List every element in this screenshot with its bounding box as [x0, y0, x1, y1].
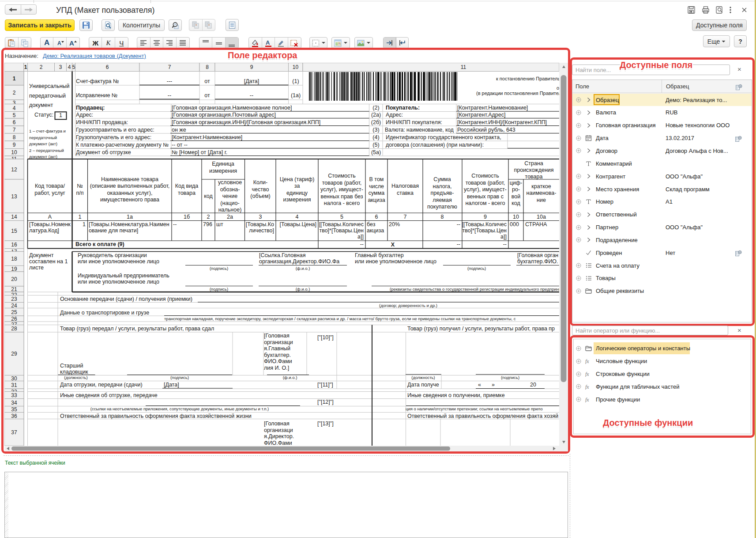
- svg-text:краткое: краткое: [531, 183, 551, 189]
- svg-text:он же: он же: [172, 127, 186, 133]
- svg-text:работ, услуг: работ, услуг: [34, 190, 65, 196]
- svg-text:2: 2: [207, 214, 210, 220]
- svg-text:сумма: сумма: [369, 190, 385, 196]
- svg-text:(в редакции постановления Прав: (в редакции постановления Правительс: [476, 91, 567, 96]
- svg-text:Стоимость: Стоимость: [328, 173, 356, 179]
- svg-text:1 – счет-фактура и: 1 – счет-фактура и: [29, 129, 66, 133]
- svg-text:Страна: Страна: [524, 160, 543, 167]
- svg-text:без: без: [367, 221, 376, 227]
- svg-text:ФИО.Фами: ФИО.Фами: [264, 358, 292, 364]
- svg-text:6: 6: [106, 64, 109, 70]
- svg-text:6: 6: [13, 119, 16, 125]
- svg-text:37: 37: [11, 429, 17, 436]
- svg-text:покупателю: покупателю: [427, 204, 457, 210]
- svg-text:16: 16: [11, 242, 17, 248]
- svg-text:товара: товара: [525, 174, 543, 180]
- svg-text:обозна-: обозна-: [220, 186, 240, 193]
- svg-text:Ответственный за правильность: Ответственный за правильность оформления…: [60, 413, 252, 419]
- svg-text:(ф.и.о.): (ф.и.о.): [296, 266, 310, 271]
- svg-text:шт: шт: [216, 221, 223, 227]
- svg-text:[Контрагент.Адрес]: [Контрагент.Адрес]: [457, 112, 505, 118]
- svg-text:[Головная: [Головная: [264, 333, 290, 339]
- svg-text:нальное): нальное): [218, 207, 242, 213]
- svg-text:СТРАНА: СТРАНА: [525, 221, 547, 227]
- svg-text:Счет-фактура №: Счет-фактура №: [76, 78, 119, 84]
- svg-text:акциза: акциза: [368, 197, 385, 203]
- svg-text:fx: fx: [585, 371, 589, 377]
- svg-text:венных прав с: венных прав с: [467, 193, 504, 200]
- svg-text:(2б): (2б): [371, 119, 381, 125]
- svg-text:Коли-: Коли-: [253, 179, 267, 186]
- svg-text:Адрес:: Адрес:: [386, 112, 403, 118]
- svg-text:Код товара/: Код товара/: [35, 183, 65, 189]
- svg-text:Код вида: Код вида: [175, 183, 199, 189]
- svg-text:Российский рубль, 643: Российский рубль, 643: [457, 127, 515, 133]
- svg-text:документ (акт): документ (акт): [29, 154, 57, 159]
- svg-text:Документ об отгрузке: Документ об отгрузке: [76, 149, 131, 155]
- svg-text:организаци: организаци: [264, 339, 293, 345]
- svg-text:(подпись): (подпись): [170, 375, 189, 380]
- svg-text:4: 4: [296, 214, 299, 220]
- svg-text:тво]*[Товары.Цен: тво]*[Товары.Цен: [319, 227, 364, 234]
- svg-text:36: 36: [11, 413, 17, 419]
- svg-text:К платежно-расчетному документ: К платежно-расчетному документу №: [76, 142, 169, 148]
- svg-text:4: 4: [13, 105, 16, 111]
- svg-text:«: «: [478, 382, 481, 388]
- svg-text:(1): (1): [292, 78, 299, 84]
- svg-text:организация.Директор.ФИО.Фа: организация.Директор.ФИО.Фа: [259, 258, 339, 265]
- svg-text:№ [Номер] от [Дата] г.: № [Номер] от [Дата] г.: [172, 149, 227, 155]
- svg-text:(должность): (должность): [411, 375, 435, 380]
- svg-text:или иное уполномоченное лицо: или иное уполномоченное лицо: [78, 258, 159, 265]
- svg-text:(ф.и.о.): (ф.и.о.): [283, 375, 297, 380]
- svg-text:9: 9: [484, 214, 487, 220]
- svg-text:налога,: налога,: [433, 183, 452, 189]
- svg-text:Наименование товара: Наименование товара: [101, 176, 158, 182]
- svg-text:Всего к оплате (9): Всего к оплате (9): [75, 241, 124, 247]
- svg-text:--: --: [250, 92, 253, 99]
- svg-text:предъяв-: предъяв-: [431, 190, 454, 196]
- svg-text:[Контрагент.Наименование]: [Контрагент.Наименование]: [457, 105, 528, 111]
- svg-text:[Головная организация.Наименов: [Головная организация.Наименование полно…: [172, 105, 292, 111]
- svg-text:Иные сведения о получении, при: Иные сведения о получении, приемке: [407, 392, 505, 398]
- svg-text:вой: вой: [512, 193, 520, 200]
- svg-text:Грузополучатель и его адрес:: Грузополучатель и его адрес:: [76, 134, 151, 140]
- svg-text:(подпись): (подпись): [467, 266, 486, 271]
- svg-text:5: 5: [340, 214, 343, 220]
- svg-text:10а: 10а: [537, 214, 546, 220]
- svg-text:(3): (3): [372, 127, 379, 133]
- svg-text:28: 28: [11, 326, 17, 332]
- svg-text:["[13]"]: ["[13]"]: [317, 421, 334, 427]
- svg-text:20%: 20%: [389, 221, 400, 227]
- svg-text:циф-: циф-: [510, 180, 523, 186]
- svg-text:Ответственный за правильность: Ответственный за правильность оформления…: [407, 413, 558, 419]
- svg-text:29: 29: [11, 351, 17, 357]
- svg-text:Главный бухгалтер: Главный бухгалтер: [355, 252, 404, 258]
- svg-text:8: 8: [13, 134, 16, 140]
- svg-text:№: №: [77, 183, 83, 189]
- svg-text:транспортная накладная, поруче: транспортная накладная, поручение экспед…: [164, 316, 516, 321]
- svg-text:договора (соглашения) (при нал: договора (соглашения) (при наличии):: [386, 142, 484, 148]
- svg-text:--: --: [503, 241, 507, 247]
- svg-text:-- от --: -- от --: [172, 142, 188, 148]
- svg-text:Товар (груз) получил / услуги,: Товар (груз) получил / услуги, результат…: [407, 326, 555, 332]
- svg-text:оказанных услуг),: оказанных услуг),: [107, 190, 153, 196]
- svg-text:(1а): (1а): [291, 92, 301, 99]
- svg-text:товаров (работ,: товаров (работ,: [466, 180, 505, 186]
- svg-text:Валюта: наименование, код: Валюта: наименование, код: [385, 127, 454, 133]
- svg-text:A: A: [69, 39, 74, 47]
- svg-text:(ссылки на неотъемлемые прилож: (ссылки на неотъемлемые приложения, сопу…: [90, 406, 269, 411]
- svg-text:Единица: Единица: [212, 161, 234, 167]
- svg-text:бухгалтер.: бухгалтер.: [264, 352, 291, 358]
- svg-text:[Дата]: [Дата]: [164, 382, 179, 388]
- svg-text:я.Главный: я.Главный: [264, 345, 290, 352]
- svg-text:Налоговая: Налоговая: [391, 183, 419, 189]
- svg-text:ставка: ставка: [397, 190, 414, 196]
- svg-text:1: 1: [24, 64, 27, 70]
- svg-text:условное: условное: [218, 179, 242, 186]
- svg-text:33: 33: [11, 392, 17, 398]
- svg-text:Стоимость: Стоимость: [471, 173, 499, 179]
- svg-text:ро-: ро-: [512, 186, 520, 193]
- svg-text:2: 2: [40, 64, 43, 70]
- svg-text:[Контрагент.Наименование]: [Контрагент.Наименование]: [172, 134, 242, 140]
- svg-text:2а: 2а: [227, 214, 233, 220]
